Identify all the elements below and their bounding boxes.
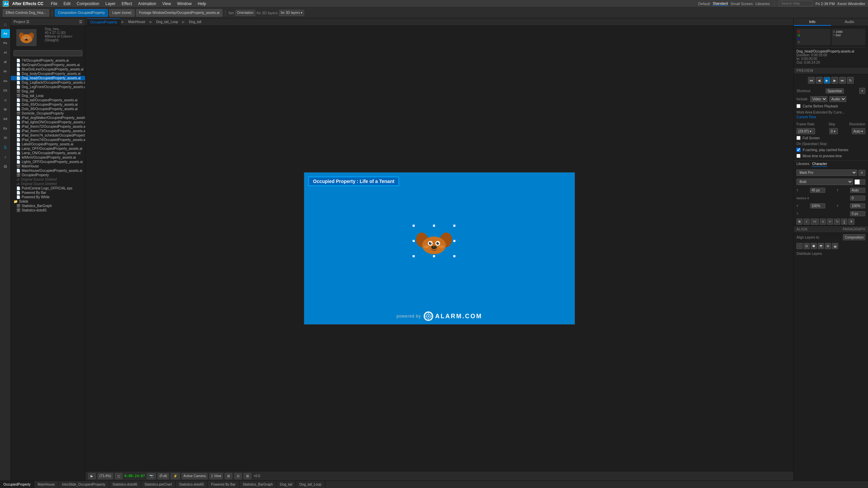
menu-view[interactable]: View <box>160 0 174 7</box>
dock-icon-settings[interactable]: ⚙ <box>1 162 10 171</box>
ctab-poweredby[interactable]: Powered By Bar <box>208 481 239 488</box>
sel-handle-tr[interactable] <box>453 224 456 227</box>
dock-icon-ps[interactable]: Ps <box>1 39 10 47</box>
tab-info[interactable]: Info <box>794 18 831 26</box>
comp-viewport[interactable]: Occupied Property : Life of a Tenant <box>85 26 793 471</box>
ctab-dogtail-loop[interactable]: Dog_tail_Loop <box>296 481 325 488</box>
font-horiz-scale-input[interactable] <box>810 203 825 208</box>
project-item[interactable]: 📄Lamp_ON/OccupiedProperty_assets.ai <box>11 151 85 155</box>
prev-play-btn[interactable]: ▶ <box>824 77 830 84</box>
project-item[interactable]: 📄Powered By White <box>11 195 85 199</box>
project-item[interactable]: 📄PointCentral Logo_OFFICIAL.eps <box>11 186 85 190</box>
dock-icon-w[interactable]: W <box>1 105 10 114</box>
skip-dropdown[interactable]: 0 ▾ <box>829 128 838 134</box>
tab-audio[interactable]: Audio <box>831 18 868 26</box>
prev-loop-btn[interactable]: ↻ <box>847 77 854 84</box>
strike-btn[interactable]: T <box>848 219 854 225</box>
align-vcenter-btn[interactable]: ⊞ <box>825 243 831 249</box>
font-menu-btn[interactable]: ≡ <box>859 170 865 176</box>
project-search-input[interactable] <box>14 50 82 56</box>
libraries-tab[interactable]: Libraries <box>796 162 809 167</box>
for3d-dropdown[interactable]: for 3D layers ▾ <box>279 10 304 16</box>
camera-dropdown[interactable]: Active Camera <box>182 473 208 479</box>
project-item[interactable]: ⚠Original Source Deleted <box>11 177 85 182</box>
prev-last-btn[interactable]: ⏭ <box>839 77 846 84</box>
project-item[interactable]: 🎬MainHouse <box>11 164 85 168</box>
project-item[interactable]: 📄Dog_tail/OccupiedProperty_assets.ai <box>11 98 85 102</box>
ctab-bargraph[interactable]: Statistics_BarGraph <box>239 481 277 488</box>
dock-icon-id[interactable]: Id <box>1 58 10 66</box>
project-item[interactable]: 📄iPad_dogWalker/OccupiedProperty_assets.… <box>11 116 85 120</box>
font-tracking-input[interactable] <box>850 196 865 201</box>
caps-btn[interactable]: TT <box>811 219 819 225</box>
preview-play-btn[interactable]: ▶ <box>88 473 96 479</box>
ctab-occupied[interactable]: OccupiedProperty <box>0 481 34 488</box>
align-right-btn[interactable]: ⬟ <box>811 243 817 249</box>
project-item[interactable]: ⚠Original Source Deleted <box>11 182 85 186</box>
super-btn[interactable]: T² <box>827 219 833 225</box>
resolution-btn[interactable]: ◻ <box>115 473 122 479</box>
menu-help[interactable]: Help <box>195 0 209 7</box>
comp-dog[interactable] <box>414 226 454 256</box>
search-help-input[interactable] <box>779 1 813 6</box>
ctab-stats86[interactable]: Statistics-dots86 <box>109 481 141 488</box>
menu-window[interactable]: Window <box>174 0 194 7</box>
project-item[interactable]: 📄Label/OccupiedProperty_assets.ai <box>11 142 85 146</box>
font-name-select[interactable]: Mark Pro <box>796 169 857 176</box>
move-time-checkbox[interactable] <box>796 154 801 158</box>
sel-handle-bc[interactable] <box>433 255 435 258</box>
sel-handle-tl[interactable] <box>412 224 415 227</box>
dock-icon-xd[interactable]: Xd <box>1 115 10 123</box>
project-item[interactable]: 📁Solids <box>11 199 85 204</box>
shortcut-key[interactable]: Spacebar <box>826 88 844 94</box>
project-item[interactable]: 📄iPad_lightsON/OccupiedProperty_assets.a… <box>11 120 85 124</box>
dock-icon-ch[interactable]: Ch <box>1 86 10 95</box>
align-to-dropdown[interactable]: Composition <box>843 234 865 240</box>
project-item[interactable]: 📄iPad_therm72/OccupiedProperty_assets.ai <box>11 124 85 129</box>
orientation-dropdown[interactable]: Orientation <box>235 10 255 16</box>
dock-icon-home[interactable]: ⌂ <box>1 20 10 28</box>
workspace-libraries[interactable]: Libraries <box>755 2 770 6</box>
workspace-standard[interactable]: Standard <box>713 1 728 6</box>
project-item[interactable]: 📄Dog_LegFront/OccupiedProperty_assets.ai <box>11 85 85 89</box>
font-color-box[interactable] <box>854 179 860 185</box>
menu-composition[interactable]: Composition <box>74 0 102 7</box>
dock-icon-ex[interactable]: Ex <box>1 124 10 133</box>
project-item[interactable]: 📄Dots_65/OccupiedProperty_assets.ai <box>11 102 85 107</box>
dock-icon-contact[interactable]: ✉ <box>1 134 10 142</box>
breadcrumb-dogtail-loop[interactable]: Dog_tail_Loop <box>153 19 182 25</box>
dock-icon-ae[interactable]: Ae <box>1 29 10 38</box>
sel-handle-br[interactable] <box>453 255 456 258</box>
view-dropdown[interactable]: 1 View <box>210 473 223 479</box>
prev-back-btn[interactable]: ◀ <box>816 77 823 84</box>
align-top-btn[interactable]: ⬒ <box>818 243 824 249</box>
project-item[interactable]: 📄Dog_LegBack/OccupiedProperty_assets.ai <box>11 80 85 85</box>
font-fill-box[interactable] <box>860 179 865 185</box>
if-caching-checkbox[interactable] <box>796 148 801 152</box>
project-item[interactable]: 🎬Dog_tail <box>11 89 85 94</box>
smallcaps-btn[interactable]: Tt <box>820 219 826 225</box>
character-tab[interactable]: Character <box>812 162 827 167</box>
under-btn[interactable]: T <box>841 219 847 225</box>
shortcut-menu[interactable]: ▾ <box>859 88 865 94</box>
transparency-btn[interactable]: ⊞ <box>244 473 251 479</box>
menu-file[interactable]: File <box>48 0 60 7</box>
prev-fwd-btn[interactable]: ▶ <box>831 77 838 84</box>
frame-rate-dropdown[interactable]: (29.97) ▾ <box>796 128 815 134</box>
menu-effect[interactable]: Effect <box>119 0 135 7</box>
project-item[interactable]: 📄Dog_head/OccupiedProperty_assets.ai <box>11 76 85 80</box>
align-bottom-btn[interactable]: ⬓ <box>832 243 838 249</box>
include-select2[interactable]: Audio <box>829 96 846 102</box>
font-baseline-input[interactable] <box>850 211 865 216</box>
dock-icon-skype[interactable]: S <box>1 143 10 152</box>
include-select[interactable]: Video <box>810 96 827 102</box>
effect-controls-tab[interactable]: Effect Controls Dog_Hea... <box>3 9 49 17</box>
cache-checkbox[interactable] <box>796 104 801 108</box>
project-item[interactable]: 📄iPad_therm73/OccupiedProperty_assets.ai <box>11 129 85 133</box>
project-item[interactable]: 🎬Statistics-dots65 <box>11 208 85 212</box>
ctab-piechart[interactable]: Statistics-pieChart <box>141 481 176 488</box>
project-item[interactable]: 📄MainHouse/OccupiedProperty_assets.ai <box>11 168 85 173</box>
zoom-dropdown[interactable]: (73.4%) <box>98 473 113 479</box>
font-vert-scale-input[interactable] <box>850 203 865 208</box>
current-time-label[interactable]: Current Time <box>796 115 865 119</box>
